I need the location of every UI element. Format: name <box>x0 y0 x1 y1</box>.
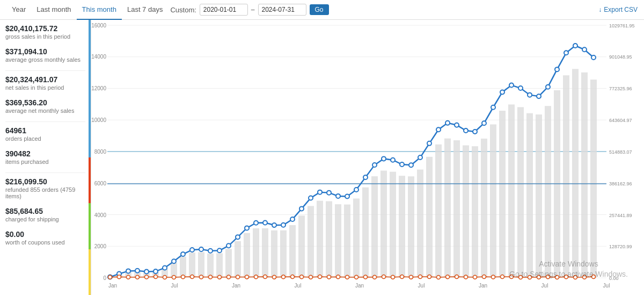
main-chart-svg: 16000 14000 12000 10000 8000 6000 4000 2… <box>91 20 644 295</box>
svg-point-106 <box>327 191 331 195</box>
nav-item-last-7-days[interactable]: Last 7 days <box>122 0 169 20</box>
date-from-input[interactable] <box>200 4 248 16</box>
svg-rect-42 <box>244 233 250 278</box>
svg-point-152 <box>254 275 258 279</box>
svg-rect-51 <box>326 201 332 278</box>
svg-rect-74 <box>536 114 542 278</box>
svg-point-126 <box>509 83 514 88</box>
svg-text:Jul: Jul <box>171 283 178 289</box>
export-csv-button[interactable]: ↓ Export CSV <box>598 6 638 13</box>
svg-point-131 <box>555 67 559 71</box>
svg-point-178 <box>492 275 495 279</box>
svg-point-185 <box>555 275 559 279</box>
svg-text:514883.07: 514883.07 <box>609 149 632 155</box>
custom-date-section: Custom: – Go <box>170 4 328 16</box>
svg-point-115 <box>409 163 413 167</box>
nav-item-this-month[interactable]: This month <box>77 0 122 20</box>
svg-point-123 <box>482 121 486 125</box>
svg-point-91 <box>190 248 194 252</box>
svg-point-102 <box>290 217 295 221</box>
svg-rect-77 <box>563 75 569 278</box>
svg-point-128 <box>528 93 532 97</box>
svg-point-187 <box>574 275 577 279</box>
svg-point-103 <box>299 206 304 211</box>
svg-rect-38 <box>207 254 214 278</box>
svg-point-138 <box>127 275 130 279</box>
svg-point-161 <box>336 275 340 279</box>
svg-point-124 <box>491 105 495 110</box>
svg-point-88 <box>163 266 167 270</box>
svg-point-136 <box>108 275 112 279</box>
svg-text:2000: 2000 <box>94 243 107 249</box>
svg-point-158 <box>309 275 313 279</box>
svg-point-134 <box>582 47 587 52</box>
svg-text:Jan: Jan <box>355 283 364 289</box>
svg-point-169 <box>409 275 413 279</box>
svg-point-120 <box>455 123 459 127</box>
svg-point-121 <box>464 128 468 133</box>
svg-point-173 <box>446 275 450 279</box>
svg-point-118 <box>436 127 441 132</box>
svg-rect-78 <box>572 69 579 278</box>
svg-point-153 <box>264 275 267 278</box>
svg-point-139 <box>136 275 140 279</box>
go-button[interactable]: Go <box>310 4 329 15</box>
svg-text:16000: 16000 <box>91 23 106 28</box>
svg-point-141 <box>154 275 158 279</box>
svg-point-159 <box>318 275 322 278</box>
svg-point-129 <box>537 94 541 98</box>
svg-rect-58 <box>390 172 396 278</box>
svg-point-162 <box>346 275 349 279</box>
svg-rect-54 <box>353 198 360 278</box>
svg-rect-61 <box>417 169 423 278</box>
stat-refunded: $216,099.50 refunded 855 orders (4759 it… <box>5 177 85 199</box>
svg-text:Jul: Jul <box>295 283 302 289</box>
svg-point-188 <box>583 275 587 279</box>
svg-point-92 <box>199 247 203 251</box>
svg-point-148 <box>218 275 222 279</box>
svg-point-100 <box>272 223 276 227</box>
nav-item-year[interactable]: Year <box>6 0 31 20</box>
svg-point-87 <box>153 269 158 274</box>
svg-rect-57 <box>380 171 387 278</box>
svg-point-186 <box>565 275 568 279</box>
svg-rect-40 <box>225 249 232 278</box>
svg-point-111 <box>372 163 377 167</box>
svg-rect-79 <box>581 73 588 278</box>
svg-rect-55 <box>362 188 369 278</box>
svg-rect-66 <box>463 145 469 278</box>
svg-text:12000: 12000 <box>91 85 106 91</box>
nav-item-last-month[interactable]: Last month <box>31 0 76 20</box>
svg-point-182 <box>528 276 532 279</box>
svg-text:0: 0 <box>103 275 106 281</box>
svg-point-99 <box>263 221 267 225</box>
svg-rect-39 <box>216 253 223 278</box>
svg-point-154 <box>273 275 276 279</box>
svg-rect-64 <box>444 139 451 278</box>
svg-point-167 <box>391 275 395 279</box>
svg-point-113 <box>391 158 395 162</box>
custom-label: Custom: <box>170 6 196 14</box>
svg-point-165 <box>373 275 377 279</box>
svg-point-116 <box>418 155 422 160</box>
svg-rect-62 <box>426 157 433 278</box>
date-to-input[interactable] <box>258 4 306 16</box>
svg-point-90 <box>181 252 185 256</box>
svg-point-122 <box>473 129 477 134</box>
svg-point-157 <box>300 275 304 279</box>
svg-rect-47 <box>289 225 296 278</box>
svg-rect-71 <box>508 104 515 278</box>
svg-rect-80 <box>590 80 597 278</box>
svg-point-109 <box>354 188 358 192</box>
svg-point-144 <box>181 275 185 279</box>
svg-point-171 <box>428 275 431 279</box>
svg-point-146 <box>200 275 203 279</box>
stat-gross-sales: $20,410,175.72 gross sales in this perio… <box>5 24 85 40</box>
svg-point-132 <box>564 51 568 55</box>
svg-point-85 <box>135 269 140 273</box>
svg-point-95 <box>226 243 231 248</box>
svg-point-93 <box>208 249 213 253</box>
svg-point-114 <box>400 162 404 167</box>
svg-text:901048.95: 901048.95 <box>609 54 632 60</box>
svg-point-180 <box>510 275 514 279</box>
